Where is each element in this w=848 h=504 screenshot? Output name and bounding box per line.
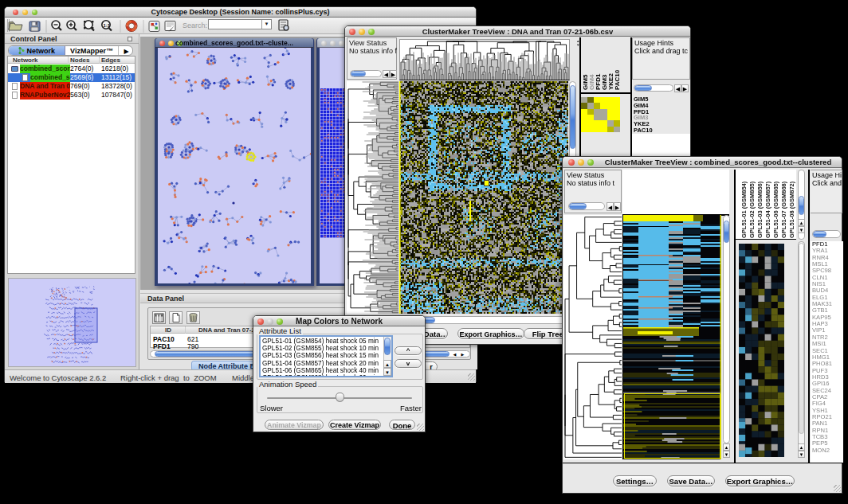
- svg-text:1:1: 1:1: [104, 23, 111, 28]
